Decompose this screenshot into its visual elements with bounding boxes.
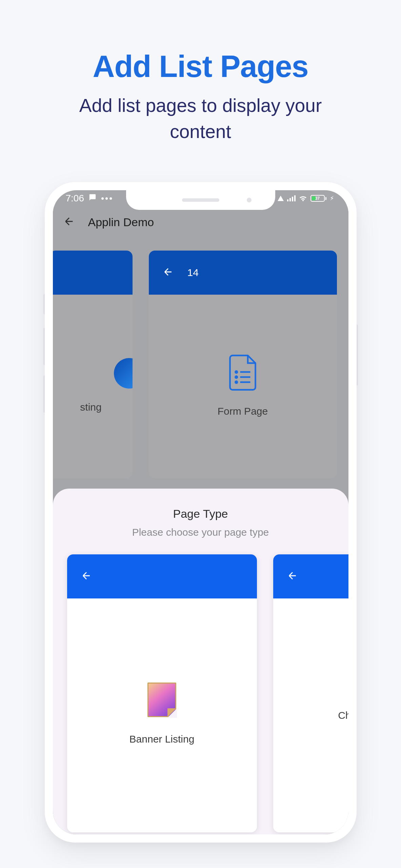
page-type-card-partial-left[interactable]: sting	[53, 251, 133, 478]
page-subtitle: Add list pages to display your content	[57, 93, 345, 145]
card-header	[67, 554, 257, 598]
back-arrow-icon[interactable]	[63, 215, 75, 229]
page-type-cards-scroll[interactable]: Banner Listing Ch	[53, 554, 348, 832]
app-bar-title: Applin Demo	[88, 216, 154, 229]
phone-mockup: 7:06 •••	[45, 182, 357, 843]
card-label: Form Page	[218, 406, 268, 417]
page-type-card-partial-right[interactable]: Ch	[273, 554, 348, 832]
back-arrow-icon	[162, 266, 174, 279]
page-type-bottom-sheet: Page Type Please choose your page type	[53, 489, 348, 834]
phone-notch	[126, 190, 275, 210]
page-title: Add List Pages	[0, 49, 401, 84]
svg-point-0	[235, 371, 237, 373]
listing-icon	[114, 358, 133, 389]
card-header	[273, 554, 348, 598]
sheet-subtitle: Please choose your page type	[53, 527, 348, 538]
wifi-icon	[299, 193, 307, 204]
chat-icon	[89, 194, 96, 203]
card-header: 14	[149, 251, 337, 295]
back-arrow-icon	[287, 570, 298, 583]
card-label: sting	[80, 401, 101, 413]
card-header-number: 14	[187, 267, 199, 278]
background-cards-row: sting 14	[53, 238, 348, 478]
banner-listing-icon	[147, 683, 176, 717]
app-bar: Applin Demo	[53, 206, 348, 238]
svg-point-4	[235, 381, 237, 383]
battery-icon: 37	[310, 195, 326, 202]
page-type-card-form[interactable]: 14	[149, 251, 337, 478]
form-page-icon	[227, 354, 258, 393]
card-label: Banner Listing	[129, 733, 195, 745]
warning-icon	[278, 196, 284, 201]
card-header	[53, 251, 133, 295]
signal-icon	[287, 195, 296, 201]
charging-icon: ⚡︎	[330, 195, 334, 202]
back-arrow-icon	[81, 570, 92, 583]
page-type-card-banner-listing[interactable]: Banner Listing	[67, 554, 257, 832]
sheet-title: Page Type	[53, 507, 348, 520]
more-icon: •••	[101, 193, 113, 204]
svg-point-2	[235, 376, 237, 378]
card-label-partial: Ch	[338, 710, 348, 721]
status-time: 7:06	[66, 193, 84, 204]
